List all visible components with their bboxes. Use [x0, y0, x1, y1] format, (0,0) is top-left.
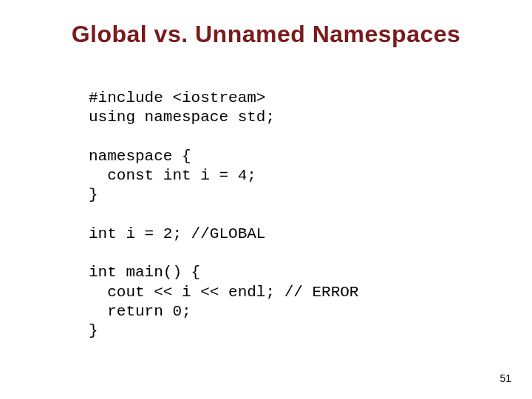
- page-number: 51: [499, 372, 511, 384]
- slide-title: Global vs. Unnamed Namespaces: [0, 21, 532, 48]
- code-block: #include <iostream> using namespace std;…: [89, 89, 358, 341]
- slide: Global vs. Unnamed Namespaces #include <…: [0, 0, 532, 399]
